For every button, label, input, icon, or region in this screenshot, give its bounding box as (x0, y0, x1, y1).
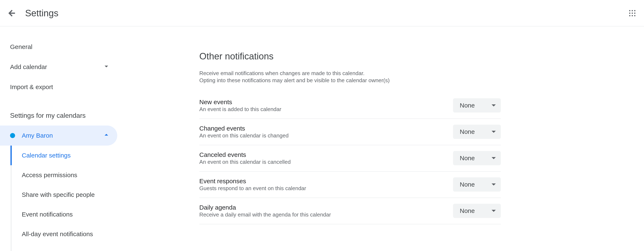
page-title: Settings (25, 8, 58, 18)
setting-row-changed-events: Changed events An event on this calendar… (199, 119, 501, 145)
setting-row-new-events: New events An event is added to this cal… (199, 92, 501, 119)
select-canceled-events[interactable]: None (453, 151, 501, 165)
setting-subtitle: Receive a daily email with the agenda fo… (199, 212, 453, 218)
svg-point-2 (634, 10, 636, 11)
select-event-responses[interactable]: None (453, 177, 501, 192)
arrow-left-icon (7, 8, 16, 18)
sidebar-sub-calendar-settings[interactable]: Calendar settings (0, 146, 117, 165)
notification-settings-list: New events An event is added to this cal… (199, 92, 501, 224)
select-changed-events[interactable]: None (453, 125, 501, 139)
svg-point-1 (632, 10, 633, 11)
dropdown-caret-icon (492, 156, 496, 160)
sidebar-sub-all-day-event-notifications[interactable]: All-day event notifications (0, 224, 117, 244)
sidebar-sub-label: Access permissions (22, 172, 77, 179)
setting-subtitle: An event is added to this calendar (199, 106, 453, 113)
select-value: None (460, 207, 475, 214)
svg-point-3 (629, 12, 630, 14)
dropdown-caret-icon (492, 130, 496, 134)
sidebar-sub-share-specific-people[interactable]: Share with specific people (0, 185, 117, 205)
setting-title: Daily agenda (199, 204, 453, 211)
setting-title: New events (199, 98, 453, 106)
settings-sidebar: General Add calendar Import & export Set… (0, 26, 117, 251)
google-apps-button[interactable] (627, 8, 637, 18)
dropdown-caret-icon (492, 103, 496, 107)
select-daily-agenda[interactable]: None (453, 204, 501, 218)
setting-row-daily-agenda: Daily agenda Receive a daily email with … (199, 198, 501, 224)
setting-row-event-responses: Event responses Guests respond to an eve… (199, 172, 501, 198)
sidebar-item-general[interactable]: General (0, 37, 117, 57)
sidebar-sub-label: All-day event notifications (22, 231, 93, 238)
back-button[interactable] (7, 8, 17, 18)
calendar-name-label: Amy Baron (22, 132, 53, 139)
dropdown-caret-icon (492, 182, 496, 187)
calendar-color-dot (10, 133, 15, 138)
setting-subtitle: Guests respond to an event on this calen… (199, 185, 453, 192)
chevron-up-icon (102, 131, 110, 141)
sidebar-item-label: Import & export (10, 83, 53, 91)
svg-point-7 (632, 15, 633, 16)
sidebar-sub-other-notifications[interactable]: Other notifications (0, 244, 117, 251)
sidebar-sub-list: Calendar settings Access permissions Sha… (0, 146, 117, 251)
app-header: Settings (0, 0, 644, 26)
select-new-events[interactable]: None (453, 98, 501, 113)
sidebar-calendar-amy-baron[interactable]: Amy Baron (0, 125, 117, 146)
settings-main: Other notifications Receive email notifi… (117, 26, 644, 251)
sidebar-sub-access-permissions[interactable]: Access permissions (0, 165, 117, 185)
svg-point-0 (629, 10, 630, 11)
sidebar-item-label: General (10, 43, 32, 50)
setting-title: Event responses (199, 178, 453, 185)
sidebar-sub-label: Other notifications (22, 250, 72, 251)
svg-point-8 (634, 15, 636, 16)
select-value: None (460, 155, 475, 162)
desc-line: Opting into these notifications may aler… (199, 77, 644, 84)
dropdown-caret-icon (492, 209, 496, 213)
setting-subtitle: An event on this calendar is changed (199, 132, 453, 139)
sidebar-item-import-export[interactable]: Import & export (0, 77, 117, 97)
desc-line: Receive email notifications when changes… (199, 70, 644, 77)
setting-title: Canceled events (199, 151, 453, 158)
svg-point-5 (634, 12, 636, 14)
sidebar-sub-label: Event notifications (22, 211, 73, 218)
setting-subtitle: An event on this calendar is cancelled (199, 159, 453, 165)
svg-point-4 (632, 12, 633, 14)
sidebar-item-label: Add calendar (10, 63, 47, 70)
sidebar-sub-event-notifications[interactable]: Event notifications (0, 205, 117, 224)
apps-grid-icon (628, 9, 636, 17)
select-value: None (460, 128, 475, 135)
section-description: Receive email notifications when changes… (199, 70, 644, 84)
svg-point-6 (629, 15, 630, 16)
setting-row-canceled-events: Canceled events An event on this calenda… (199, 145, 501, 172)
sidebar-sub-label: Share with specific people (22, 191, 95, 198)
sidebar-sub-label: Calendar settings (22, 152, 70, 159)
sidebar-item-add-calendar[interactable]: Add calendar (0, 57, 117, 77)
section-title-other-notifications: Other notifications (199, 51, 644, 61)
select-value: None (460, 181, 475, 188)
setting-title: Changed events (199, 125, 453, 132)
chevron-down-icon (102, 62, 110, 72)
sidebar-section-header: Settings for my calendars (0, 105, 117, 125)
select-value: None (460, 102, 475, 109)
